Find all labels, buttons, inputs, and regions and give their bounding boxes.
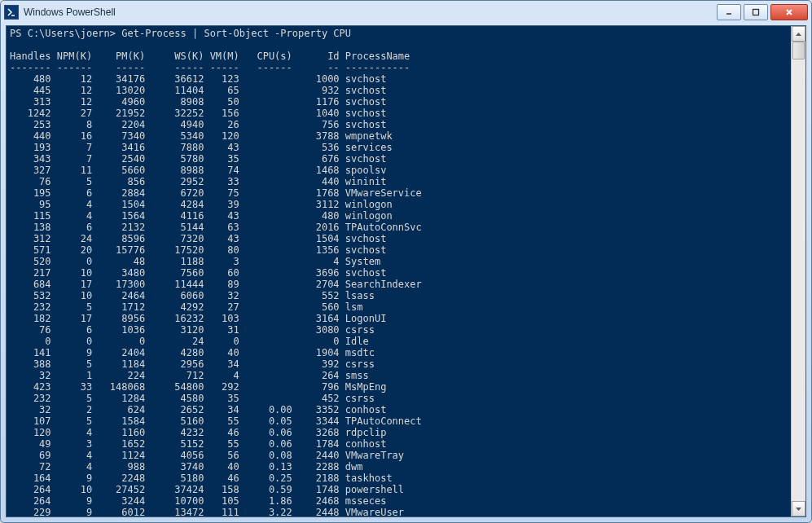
client-area: PS C:\Users\joern> Get-Process | Sort-Ob… [6, 25, 806, 517]
minimize-button[interactable] [717, 4, 741, 20]
titlebar[interactable]: Windows PowerShell [1, 1, 811, 24]
svg-rect-1 [753, 10, 759, 15]
window-buttons [717, 4, 808, 20]
window: Windows PowerShell PS C:\Users\joern> Ge… [0, 0, 812, 523]
powershell-icon [4, 5, 19, 20]
scroll-track[interactable] [792, 42, 805, 501]
close-button[interactable] [770, 4, 808, 20]
scrollbar[interactable] [791, 26, 805, 516]
window-title: Windows PowerShell [24, 7, 717, 18]
scroll-thumb[interactable] [792, 42, 805, 59]
terminal-output[interactable]: PS C:\Users\joern> Get-Process | Sort-Ob… [7, 26, 791, 516]
maximize-button[interactable] [744, 4, 768, 20]
scroll-down-button[interactable] [792, 501, 805, 516]
scroll-up-button[interactable] [792, 26, 805, 42]
